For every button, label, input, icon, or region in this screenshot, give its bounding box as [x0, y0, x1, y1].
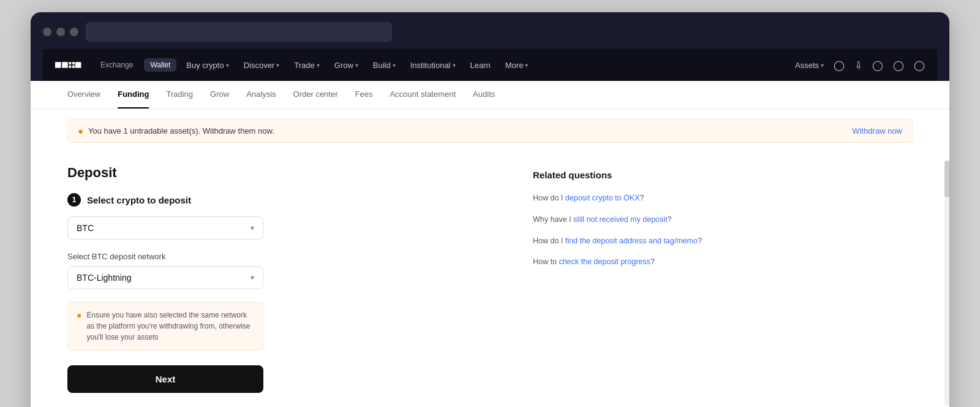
- step1-title: Select crypto to deposit: [87, 195, 191, 205]
- nav-buy-crypto-chevron: ▾: [226, 62, 229, 69]
- user-icon[interactable]: ◯: [834, 59, 845, 71]
- nav-right: Assets ▾ ◯ ⇩ ◯ ◯ ◯: [795, 59, 925, 71]
- wallet-btn[interactable]: Wallet: [144, 58, 176, 72]
- related-title: Related questions: [533, 170, 704, 180]
- subnav-order-center[interactable]: Order center: [293, 81, 338, 108]
- svg-rect-1: [62, 62, 68, 68]
- warning-text: Ensure you have also selected the same n…: [86, 310, 254, 343]
- tl-yellow: [56, 28, 65, 36]
- subnav-trading[interactable]: Trading: [166, 81, 193, 108]
- traffic-lights: [43, 28, 78, 36]
- address-bar[interactable]: [86, 22, 392, 42]
- svg-rect-2: [69, 62, 71, 64]
- nav-build-chevron: ▾: [393, 62, 396, 69]
- page-body: Deposit 1 Select crypto to deposit BTC ▾…: [31, 153, 949, 407]
- subnav-analysis[interactable]: Analysis: [246, 81, 276, 108]
- download-icon[interactable]: ⇩: [854, 59, 862, 71]
- warning-icon: ●: [77, 310, 81, 343]
- withdraw-now-link[interactable]: Withdraw now: [852, 126, 902, 135]
- svg-rect-3: [72, 62, 75, 64]
- alert-message: You have 1 untradable asset(s). Withdraw…: [88, 126, 274, 135]
- nav-discover-chevron: ▾: [276, 62, 279, 69]
- nav-learn[interactable]: Learn: [466, 61, 496, 70]
- nav-build[interactable]: Build ▾: [368, 61, 401, 70]
- scrollbar[interactable]: [944, 161, 949, 406]
- alert-warning-icon: ●: [78, 126, 83, 136]
- nav-trade-chevron: ▾: [317, 62, 320, 69]
- help-icon[interactable]: ◯: [893, 59, 904, 71]
- alert-banner: ● You have 1 untradable asset(s). Withdr…: [67, 119, 913, 143]
- step1-header: 1 Select crypto to deposit: [67, 193, 508, 207]
- nav-more-chevron: ▾: [525, 62, 528, 69]
- alert-left: ● You have 1 untradable asset(s). Withdr…: [78, 126, 274, 136]
- svg-rect-5: [72, 66, 75, 68]
- step1-badge: 1: [67, 193, 81, 207]
- network-selected-value: BTC-Lightning: [77, 273, 132, 283]
- network-dropdown-chevron: ▾: [251, 273, 254, 282]
- nav-discover[interactable]: Discover ▾: [239, 61, 285, 70]
- svg-rect-0: [55, 62, 61, 68]
- svg-rect-4: [69, 66, 71, 68]
- nav-trade[interactable]: Trade ▾: [289, 61, 324, 70]
- assets-dropdown[interactable]: Assets ▾: [795, 61, 824, 70]
- deposit-section: Deposit 1 Select crypto to deposit BTC ▾…: [67, 165, 508, 407]
- nav-grow-chevron: ▾: [355, 62, 358, 69]
- network-warning-box: ● Ensure you have also selected the same…: [67, 302, 263, 351]
- tl-red: [43, 28, 51, 36]
- subnav-account-statement[interactable]: Account statement: [390, 81, 456, 108]
- related-q1[interactable]: How do I deposit crypto to OKX?: [533, 192, 704, 204]
- sub-nav: Overview Funding Trading Grow Analysis O…: [31, 81, 949, 109]
- subnav-audits[interactable]: Audits: [473, 81, 495, 108]
- crypto-dropdown[interactable]: BTC ▾: [67, 216, 263, 240]
- subnav-fees[interactable]: Fees: [355, 81, 373, 108]
- page-title: Deposit: [67, 165, 508, 181]
- subnav-grow[interactable]: Grow: [210, 81, 229, 108]
- next-button[interactable]: Next: [67, 365, 263, 393]
- main-content: Overview Funding Trading Grow Analysis O…: [31, 81, 949, 407]
- network-dropdown[interactable]: BTC-Lightning ▾: [67, 266, 263, 289]
- related-q2[interactable]: Why have I still not received my deposit…: [533, 214, 704, 226]
- nav-institutional[interactable]: Institutional ▾: [405, 61, 461, 70]
- nav-more[interactable]: More ▾: [500, 61, 533, 70]
- assets-chevron: ▾: [821, 62, 824, 69]
- nav-buy-crypto[interactable]: Buy crypto ▾: [181, 61, 233, 70]
- related-section: Related questions How do I deposit crypt…: [533, 165, 704, 407]
- bell-icon[interactable]: ◯: [872, 59, 883, 71]
- nav-grow[interactable]: Grow ▾: [330, 61, 363, 70]
- okx-logo: [55, 59, 85, 71]
- scrollbar-thumb: [944, 161, 949, 197]
- subnav-funding[interactable]: Funding: [118, 81, 149, 108]
- related-q3[interactable]: How do I find the deposit address and ta…: [533, 235, 704, 247]
- svg-rect-6: [75, 62, 81, 68]
- tl-green: [70, 28, 78, 36]
- related-q4[interactable]: How to check the deposit progress?: [533, 256, 704, 268]
- globe-icon[interactable]: ◯: [914, 59, 925, 71]
- nav-institutional-chevron: ▾: [453, 62, 456, 69]
- crypto-dropdown-chevron: ▾: [251, 224, 254, 232]
- network-label: Select BTC deposit network: [67, 252, 508, 261]
- exchange-btn[interactable]: Exchange: [94, 58, 139, 72]
- crypto-selected-value: BTC: [77, 223, 94, 233]
- navbar: Exchange Wallet Buy crypto ▾ Discover ▾ …: [43, 49, 937, 81]
- subnav-overview[interactable]: Overview: [67, 81, 100, 108]
